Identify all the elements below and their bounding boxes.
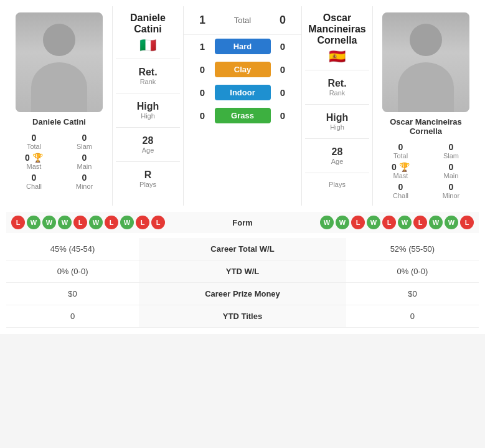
- right-flag: 🇪🇸: [329, 49, 346, 65]
- stats-table: 45% (45-54) Career Total W/L 52% (55-50)…: [6, 238, 479, 328]
- right-high-cell: High High: [305, 104, 369, 138]
- ytd-wl-row: 0% (0-0) YTD W/L 0% (0-0): [6, 260, 479, 283]
- right-mast-stat: 0 🏆 Mast: [379, 162, 422, 179]
- left-form-6: W: [89, 216, 103, 229]
- right-form-6: W: [398, 216, 412, 229]
- right-main-stat: 0 Main: [430, 162, 473, 179]
- right-full-name: OscarMancineirasCornella: [308, 12, 365, 46]
- surface-row-grass: 0 Grass 0: [184, 104, 301, 127]
- right-form-1: W: [320, 216, 334, 229]
- right-form-badges: W W L W L W L W W L: [320, 216, 474, 229]
- left-form-7: L: [105, 216, 118, 229]
- right-form-5: L: [382, 216, 396, 229]
- main-container: Daniele Catini 0 Total 0 Slam 0 🏆 Mast: [0, 0, 485, 334]
- right-form-4: W: [367, 216, 380, 229]
- right-ytd-titles: 0: [346, 305, 479, 328]
- right-player-stats: 0 Total 0 Slam 0 🏆 Mast 0 Main: [379, 142, 473, 199]
- form-section: L W W W L W L W L L Form W W L W L W L W…: [6, 212, 479, 233]
- right-total-num: 0: [276, 14, 289, 27]
- left-form-4: W: [58, 216, 72, 229]
- right-form-8: W: [429, 216, 443, 229]
- left-rank-cell: Ret. Rank: [116, 59, 180, 93]
- left-form-8: W: [120, 216, 134, 229]
- right-player-avatar: [382, 12, 469, 112]
- right-form-7: L: [413, 216, 427, 229]
- right-age-cell: 28 Age: [305, 138, 369, 173]
- left-career-wl: 45% (45-54): [6, 238, 139, 260]
- right-slam-stat: 0 Slam: [430, 142, 473, 160]
- badge-hard: Hard: [215, 39, 271, 54]
- right-plays-cell: Plays: [305, 173, 369, 196]
- badge-grass: Grass: [215, 108, 271, 123]
- total-label: Total: [234, 16, 251, 25]
- right-minor-stat: 0 Minor: [430, 182, 473, 199]
- ytd-titles-row: 0 YTD Titles 0: [6, 305, 479, 328]
- left-prize: $0: [6, 283, 139, 305]
- totals-row: 1 Total 0: [184, 6, 301, 35]
- left-player-name: Daniele Catini: [32, 117, 86, 126]
- left-form-badges: L W W W L W L W L L: [11, 216, 165, 229]
- left-form-9: L: [136, 216, 149, 229]
- right-rank-cell: Ret. Rank: [305, 70, 369, 104]
- left-age-cell: 28 Age: [116, 127, 180, 161]
- left-ytd-wl: 0% (0-0): [6, 260, 139, 283]
- left-full-name: DanieleCatini: [130, 12, 166, 35]
- left-form-5: L: [73, 216, 87, 229]
- prize-row: $0 Career Prize Money $0: [6, 283, 479, 305]
- left-form-2: W: [27, 216, 40, 229]
- badge-indoor: Indoor: [215, 85, 271, 100]
- left-form-3: W: [42, 216, 56, 229]
- right-career-wl: 52% (55-50): [346, 238, 479, 260]
- right-total-stat: 0 Total: [379, 142, 422, 160]
- left-slam-stat: 0 Slam: [63, 133, 106, 150]
- left-plays-cell: R Plays: [116, 161, 180, 196]
- left-mast-stat: 0 🏆 Mast: [12, 153, 55, 170]
- badge-clay: Clay: [215, 62, 271, 77]
- right-player-name: Oscar Mancineiras Cornella: [379, 117, 473, 136]
- right-form-9: W: [445, 216, 458, 229]
- left-main-stat: 0 Main: [63, 153, 106, 170]
- top-section: Daniele Catini 0 Total 0 Slam 0 🏆 Mast: [6, 6, 479, 206]
- left-form-10: L: [151, 216, 165, 229]
- left-player-stats: 0 Total 0 Slam 0 🏆 Mast 0 Main: [12, 133, 106, 190]
- right-prize: $0: [346, 283, 479, 305]
- left-high-cell: High High: [116, 93, 180, 127]
- right-form-10: L: [460, 216, 474, 229]
- left-form-1: L: [11, 216, 25, 229]
- right-form-3: L: [351, 216, 365, 229]
- right-form-2: W: [336, 216, 349, 229]
- surface-row-hard: 1 Hard 0: [184, 35, 301, 58]
- left-chall-stat: 0 Chall: [12, 173, 55, 190]
- center-panel: 1 Total 0 1 Hard 0 0 Clay 0 0 Indoor 0 0: [184, 6, 301, 206]
- career-wl-row: 45% (45-54) Career Total W/L 52% (55-50): [6, 238, 479, 260]
- left-minor-stat: 0 Minor: [63, 173, 106, 190]
- right-info-panel: OscarMancineirasCornella 🇪🇸 Ret. Rank Hi…: [301, 6, 373, 206]
- right-chall-stat: 0 Chall: [379, 182, 422, 199]
- right-player-card: Oscar Mancineiras Cornella 0 Total 0 Sla…: [373, 6, 479, 206]
- right-ytd-wl: 0% (0-0): [346, 260, 479, 283]
- left-player-avatar: [16, 12, 103, 112]
- left-info-panel: DanieleCatini 🇮🇹 Ret. Rank High High 28 …: [112, 6, 184, 206]
- form-label: Form: [232, 218, 253, 227]
- surface-row-clay: 0 Clay 0: [184, 58, 301, 81]
- left-total-num: 1: [196, 14, 209, 27]
- left-flag: 🇮🇹: [139, 37, 156, 54]
- left-trophy-icon: 🏆: [32, 153, 43, 163]
- left-total-stat: 0 Total: [12, 133, 55, 150]
- left-ytd-titles: 0: [6, 305, 139, 328]
- surface-row-indoor: 0 Indoor 0: [184, 81, 301, 104]
- left-player-card: Daniele Catini 0 Total 0 Slam 0 🏆 Mast: [6, 6, 112, 206]
- right-trophy-icon: 🏆: [399, 162, 410, 172]
